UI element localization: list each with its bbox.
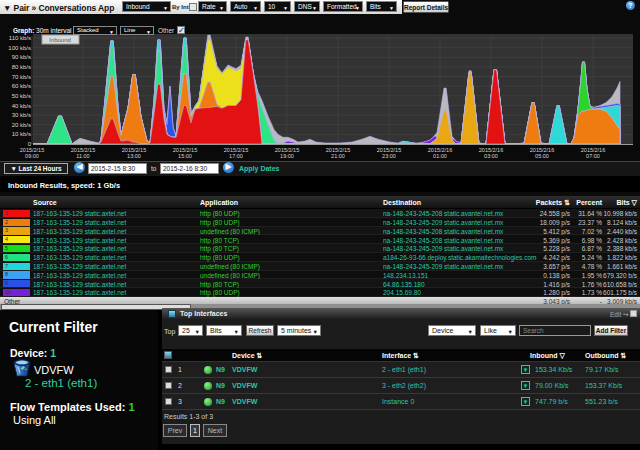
svg-text:80 kb/s: 80 kb/s xyxy=(12,64,31,70)
svg-text:19:00: 19:00 xyxy=(280,153,294,159)
svg-text:110 kb/s: 110 kb/s xyxy=(9,35,31,41)
svg-text:2015/2/15: 2015/2/15 xyxy=(377,147,401,153)
svg-text:2015/2/16: 2015/2/16 xyxy=(428,147,452,153)
svg-text:07:00: 07:00 xyxy=(586,153,600,159)
svg-text:2015/2/16: 2015/2/16 xyxy=(581,147,605,153)
svg-text:10 kb/s: 10 kb/s xyxy=(12,131,31,137)
svg-text:2015/2/15: 2015/2/15 xyxy=(71,147,95,153)
svg-text:60 kb/s: 60 kb/s xyxy=(12,83,31,89)
svg-text:2015/2/15: 2015/2/15 xyxy=(224,147,248,153)
svg-text:Inbound: Inbound xyxy=(49,37,71,43)
svg-text:21:00: 21:00 xyxy=(331,153,345,159)
svg-text:03:00: 03:00 xyxy=(484,153,498,159)
svg-text:23:00: 23:00 xyxy=(382,153,396,159)
svg-text:2015/2/15: 2015/2/15 xyxy=(122,147,146,153)
svg-text:30 kb/s: 30 kb/s xyxy=(12,112,31,118)
svg-text:50 kb/s: 50 kb/s xyxy=(12,93,31,99)
svg-text:2015/2/16: 2015/2/16 xyxy=(530,147,554,153)
svg-text:2015/2/16: 2015/2/16 xyxy=(479,147,503,153)
svg-text:40 kb/s: 40 kb/s xyxy=(12,103,31,109)
svg-text:70 kb/s: 70 kb/s xyxy=(12,74,31,80)
svg-text:2015/2/15: 2015/2/15 xyxy=(326,147,350,153)
svg-text:2015/2/15: 2015/2/15 xyxy=(173,147,197,153)
svg-text:01:00: 01:00 xyxy=(433,153,447,159)
svg-text:2015/2/15: 2015/2/15 xyxy=(20,147,44,153)
svg-text:17:00: 17:00 xyxy=(229,153,243,159)
svg-text:100 kb/s: 100 kb/s xyxy=(8,45,31,51)
svg-text:90 kb/s: 90 kb/s xyxy=(12,54,31,60)
svg-text:09:00: 09:00 xyxy=(25,153,39,159)
svg-text:11:00: 11:00 xyxy=(76,153,89,159)
svg-text:05:00: 05:00 xyxy=(535,153,549,159)
svg-text:15:00: 15:00 xyxy=(178,153,192,159)
svg-text:13:00: 13:00 xyxy=(127,153,141,159)
svg-text:20 kb/s: 20 kb/s xyxy=(12,122,31,128)
svg-text:2015/2/15: 2015/2/15 xyxy=(275,147,299,153)
